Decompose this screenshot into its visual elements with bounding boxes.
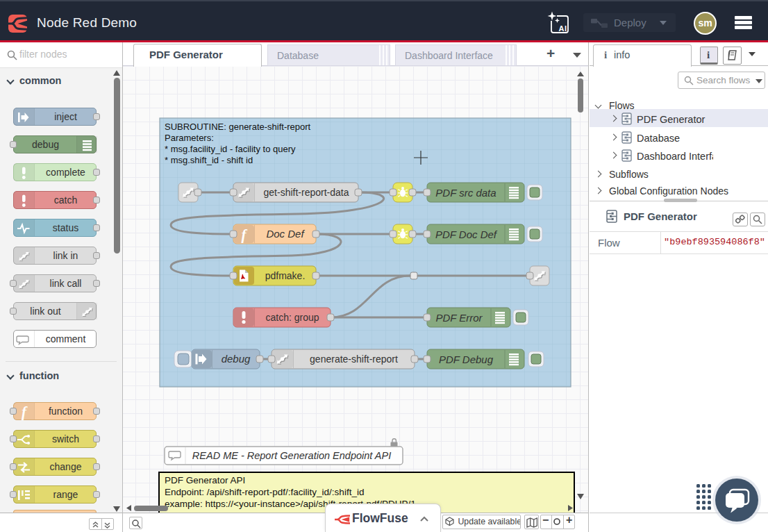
svg-text:get-shift-report-data: get-shift-report-data xyxy=(264,187,349,198)
svg-text:PDF Debug: PDF Debug xyxy=(439,354,494,365)
svg-text:AI: AI xyxy=(559,24,567,33)
svg-text:PDF Generator API: PDF Generator API xyxy=(165,475,245,485)
svg-text:Parameters:: Parameters: xyxy=(165,133,214,143)
svg-text:READ ME - Report Generation En: READ ME - Report Generation Endpoint API xyxy=(192,450,391,461)
svg-text:f: f xyxy=(22,404,28,420)
svg-text:SUBROUTINE: generate-shift-rep: SUBROUTINE: generate-shift-report xyxy=(165,122,311,132)
svg-text:debug: debug xyxy=(222,353,251,365)
svg-text:* msg.shift_id - shift id: * msg.shift_id - shift id xyxy=(165,155,253,165)
svg-text:* msg.facility_id - facility t: * msg.facility_id - facility to query xyxy=(165,144,296,154)
svg-text:PDF Doc Def: PDF Doc Def xyxy=(435,228,498,240)
svg-text:Endpoint: /api/shift-report-pd: Endpoint: /api/shift-report-pdf/:facilit… xyxy=(165,487,364,497)
svg-text:Doc Def: Doc Def xyxy=(266,228,305,240)
svg-text:PDF src data: PDF src data xyxy=(435,187,496,199)
svg-text:PDF Error: PDF Error xyxy=(435,312,483,324)
svg-text:pdfmake.: pdfmake. xyxy=(265,270,306,281)
svg-text:catch: group: catch: group xyxy=(265,312,319,323)
svg-text:generate-shift-report: generate-shift-report xyxy=(310,354,398,365)
